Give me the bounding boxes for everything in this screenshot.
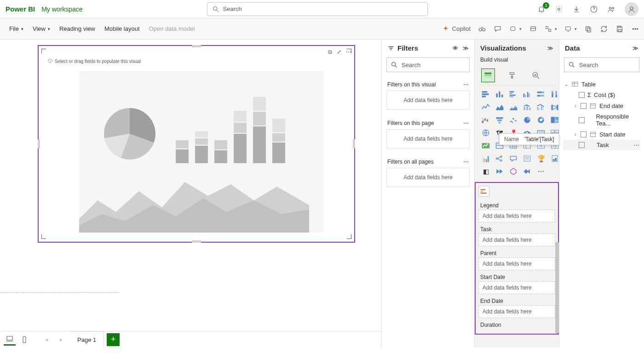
kpi-icon[interactable] bbox=[480, 141, 491, 151]
filters-search[interactable]: Search bbox=[386, 57, 470, 72]
analytics-tab[interactable] bbox=[529, 68, 543, 82]
collapse-pane-icon[interactable]: ≫ bbox=[463, 45, 469, 51]
field-responsible[interactable]: Responsible Tea... bbox=[563, 111, 640, 129]
stacked-column-icon[interactable] bbox=[494, 89, 505, 99]
comment-button[interactable] bbox=[494, 25, 502, 33]
key-influencers-icon[interactable]: 📊 bbox=[480, 154, 491, 164]
clustered-column-icon[interactable] bbox=[522, 89, 533, 99]
get-more-visuals-icon[interactable]: ⋯ bbox=[535, 166, 546, 176]
user-avatar[interactable] bbox=[625, 2, 638, 16]
open-data-model-button[interactable]: Open data model bbox=[144, 23, 200, 35]
stacked-area-icon[interactable] bbox=[508, 102, 519, 112]
reading-view-button[interactable]: Reading view bbox=[55, 23, 100, 35]
field-more-icon[interactable]: ⋯ bbox=[633, 142, 639, 148]
bookmark-button[interactable] bbox=[529, 25, 537, 33]
build-visual-tab[interactable] bbox=[481, 68, 495, 82]
next-page-button[interactable]: ▸ bbox=[55, 334, 67, 346]
parent-drop[interactable]: Add data fields here bbox=[478, 257, 555, 270]
qa-visual-icon[interactable] bbox=[508, 154, 519, 164]
hundred-stacked-bar-icon[interactable] bbox=[535, 89, 546, 99]
resize-handle[interactable] bbox=[353, 139, 355, 148]
field-start-date[interactable]: › Start date bbox=[563, 129, 640, 140]
save-button[interactable] bbox=[615, 25, 624, 33]
resize-handle[interactable] bbox=[192, 45, 201, 47]
custom-visual-2-icon[interactable] bbox=[522, 166, 533, 176]
treemap-icon[interactable] bbox=[549, 115, 560, 125]
data-search[interactable]: Search bbox=[564, 57, 639, 72]
expand-caret-icon[interactable]: ⌄ bbox=[564, 82, 569, 87]
section-more-icon[interactable]: ⋯ bbox=[463, 159, 469, 165]
refresh-button[interactable] bbox=[600, 25, 608, 33]
copilot-button[interactable]: Copilot bbox=[442, 25, 471, 33]
selected-visual-thumb[interactable] bbox=[478, 186, 489, 197]
filter-drop-page[interactable]: Add data fields here bbox=[386, 129, 470, 148]
explore-button[interactable] bbox=[478, 25, 486, 33]
stacked-bar-icon[interactable] bbox=[480, 89, 491, 99]
pie-icon[interactable] bbox=[522, 115, 533, 125]
format-visual-tab[interactable] bbox=[505, 68, 519, 82]
power-automate-icon[interactable] bbox=[494, 166, 505, 176]
people-button[interactable] bbox=[607, 5, 615, 13]
show-filters-icon[interactable]: 👁 bbox=[453, 45, 458, 51]
expand-caret-icon[interactable]: › bbox=[573, 103, 578, 108]
settings-button[interactable] bbox=[555, 5, 563, 13]
collapse-pane-icon[interactable]: ≫ bbox=[632, 45, 638, 51]
visual-more-icon[interactable]: ⋯ bbox=[346, 49, 351, 55]
field-cost[interactable]: Σ Cost ($) bbox=[563, 90, 640, 100]
mobile-layout-button[interactable]: Mobile layout bbox=[100, 23, 144, 35]
end-drop[interactable]: Add data fields here bbox=[478, 305, 555, 318]
narrative-icon[interactable] bbox=[522, 154, 533, 164]
resize-handle[interactable] bbox=[41, 234, 46, 239]
viz-scrollbar[interactable] bbox=[555, 242, 559, 334]
help-button[interactable] bbox=[590, 5, 598, 13]
field-task[interactable]: Task ⋯ bbox=[563, 140, 640, 150]
decomposition-icon[interactable] bbox=[494, 154, 505, 164]
clustered-bar-icon[interactable] bbox=[508, 89, 519, 99]
custom-visual-1-icon[interactable] bbox=[508, 166, 519, 176]
copy-button[interactable] bbox=[584, 25, 592, 33]
focus-icon[interactable]: ⤢ bbox=[337, 49, 341, 55]
field-end-date[interactable]: › End date bbox=[563, 100, 640, 111]
filter-icon[interactable]: ⧉ bbox=[328, 49, 332, 55]
visual-container[interactable]: ⧉ ⤢ ⋯ ⓘ Select or drag fields to populat… bbox=[38, 45, 355, 243]
section-more-icon[interactable]: ⋯ bbox=[463, 120, 469, 126]
section-more-icon[interactable]: ⋯ bbox=[463, 81, 469, 88]
mobile-view-toggle[interactable] bbox=[18, 334, 30, 346]
present-button[interactable]: ▾ bbox=[564, 25, 577, 33]
resize-handle[interactable] bbox=[41, 49, 46, 53]
teams-button[interactable]: ▾ bbox=[509, 25, 522, 33]
paginated-icon[interactable] bbox=[549, 154, 560, 164]
field-checkbox[interactable] bbox=[581, 103, 586, 109]
table-node[interactable]: ⌄ Table bbox=[563, 79, 640, 90]
field-checkbox[interactable] bbox=[579, 92, 585, 98]
expand-caret-icon[interactable]: › bbox=[573, 132, 578, 137]
report-canvas[interactable]: ⧉ ⤢ ⋯ ⓘ Select or drag fields to populat… bbox=[0, 40, 381, 331]
workspace-name[interactable]: My workspace bbox=[41, 6, 82, 13]
desktop-view-toggle[interactable] bbox=[4, 334, 16, 346]
filter-drop-all[interactable]: Add data fields here bbox=[386, 168, 470, 187]
map-icon[interactable] bbox=[480, 128, 491, 138]
line-stacked-column-icon[interactable] bbox=[522, 102, 533, 112]
scatter-icon[interactable] bbox=[508, 115, 519, 125]
line-clustered-column-icon[interactable] bbox=[535, 102, 546, 112]
add-page-button[interactable]: + bbox=[107, 333, 120, 346]
field-checkbox[interactable] bbox=[579, 117, 585, 123]
more-button[interactable] bbox=[631, 25, 639, 33]
waterfall-icon[interactable] bbox=[480, 115, 491, 125]
resize-handle[interactable] bbox=[192, 240, 201, 243]
donut-icon[interactable] bbox=[535, 115, 546, 125]
field-checkbox[interactable] bbox=[579, 142, 585, 148]
field-checkbox[interactable] bbox=[581, 131, 586, 137]
start-drop[interactable]: Add data fields here bbox=[478, 281, 555, 294]
task-drop[interactable]: Add data fields here bbox=[478, 233, 555, 246]
line-chart-icon[interactable] bbox=[480, 102, 491, 112]
collapse-pane-icon[interactable]: ≫ bbox=[547, 45, 553, 51]
global-search[interactable]: Search bbox=[207, 2, 428, 16]
ribbon-chart-icon[interactable] bbox=[549, 102, 560, 112]
goals-icon[interactable]: 🏆 bbox=[535, 154, 546, 164]
hundred-stacked-column-icon[interactable] bbox=[549, 89, 560, 99]
page-tab[interactable]: Page 1 bbox=[70, 331, 104, 348]
download-button[interactable] bbox=[572, 5, 581, 13]
legend-drop[interactable]: Add data fields here bbox=[478, 210, 555, 222]
funnel-icon[interactable] bbox=[494, 115, 505, 125]
